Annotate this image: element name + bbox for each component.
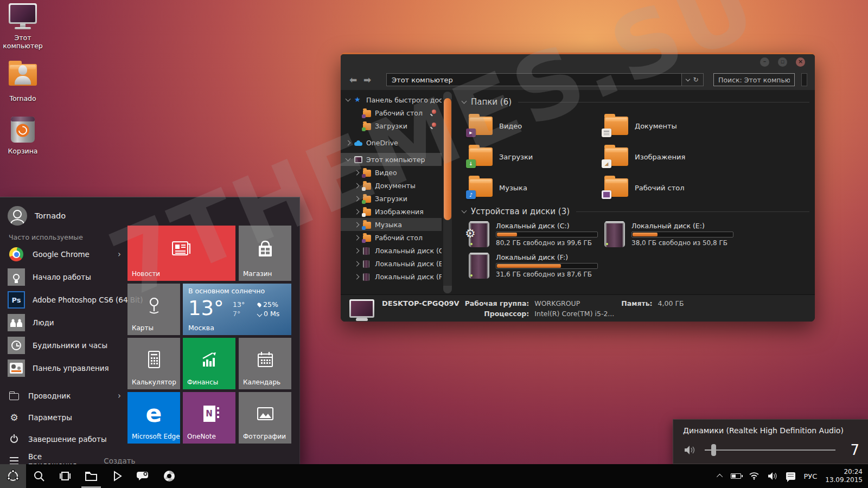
tree-item-this-pc[interactable]: Этот компьютер: [341, 153, 442, 166]
explorer-titlebar[interactable]: – ▫ ×: [341, 54, 815, 69]
chevron-right-icon[interactable]: [354, 183, 360, 188]
start-item-settings[interactable]: Параметры: [0, 407, 127, 428]
chevron-down-icon[interactable]: [462, 208, 467, 214]
tile-news[interactable]: Новости: [127, 226, 235, 281]
folder-item-music[interactable]: Музыка: [469, 175, 604, 201]
tree-item-pictures[interactable]: Изображения: [341, 205, 442, 218]
folder-item-video[interactable]: Видео: [469, 113, 604, 139]
tree-item-disk-c[interactable]: Локальный диск (C:): [341, 244, 442, 257]
drive-item-f[interactable]: Локальный диск (F:) 31,6 ГБ свободно из …: [469, 253, 604, 279]
folder-icon: [9, 393, 19, 400]
tree-scrollbar[interactable]: [442, 90, 454, 295]
chevron-right-icon[interactable]: ›: [118, 391, 121, 401]
drive-item-e[interactable]: Локальный диск (E:) 38,0 ГБ свободно из …: [604, 221, 740, 247]
app-control-panel[interactable]: Панель управления: [0, 357, 127, 380]
tray-expand-icon[interactable]: [717, 474, 723, 480]
taskbar-chrome-button[interactable]: [156, 464, 182, 488]
chevron-right-icon[interactable]: [346, 140, 351, 145]
task-view-button[interactable]: [52, 464, 78, 488]
drives-section-header[interactable]: Устройства и диски (3): [462, 205, 809, 218]
taskbar-explorer-button[interactable]: [78, 464, 104, 488]
address-dropdown-icon[interactable]: [686, 76, 690, 81]
tree-item-onedrive[interactable]: OneDrive: [341, 136, 442, 149]
chevron-right-icon[interactable]: [354, 248, 360, 253]
tree-item-quick-access[interactable]: Панель быстрого доступа: [341, 93, 442, 106]
search-button[interactable]: [26, 464, 52, 488]
app-alarms[interactable]: Будильники и часы: [0, 334, 127, 357]
app-people[interactable]: Люди: [0, 311, 127, 334]
tile-calendar[interactable]: Календарь: [239, 338, 291, 389]
speaker-icon[interactable]: [767, 472, 778, 480]
tile-store[interactable]: Магазин: [239, 226, 291, 281]
address-bar[interactable]: [386, 73, 682, 86]
maximize-button[interactable]: ▫: [778, 57, 787, 67]
app-google-chrome[interactable]: Google Chrome ›: [0, 243, 127, 266]
taskbar-messaging-button[interactable]: [130, 464, 156, 488]
chevron-right-icon[interactable]: [354, 235, 360, 240]
start-button[interactable]: [0, 464, 26, 488]
weather-wind: 0 Ms: [264, 310, 279, 318]
search-button[interactable]: [801, 73, 807, 86]
app-photoshop[interactable]: Adobe Photoshop CS6 (64 Bit): [0, 288, 127, 311]
tree-item-video[interactable]: Видео: [341, 166, 442, 179]
tile-onenote[interactable]: OneNote: [183, 392, 235, 444]
folder-item-documents[interactable]: Документы: [604, 113, 740, 139]
tree-item-disk-f[interactable]: Локальный диск (F:): [341, 270, 442, 283]
forward-button[interactable]: ➡: [362, 74, 372, 85]
tree-item-downloads2[interactable]: Загрузки: [341, 192, 442, 205]
action-center-icon[interactable]: [786, 472, 795, 480]
start-item-power[interactable]: Завершение работы: [0, 428, 127, 450]
drive-item-c[interactable]: ⚙ Локальный диск (C:) 80,2 ГБ свободно и…: [469, 221, 604, 247]
documents-folder-icon: [363, 183, 371, 190]
chevron-right-icon[interactable]: [354, 209, 360, 214]
chevron-right-icon[interactable]: [354, 170, 360, 175]
folder-item-pictures[interactable]: Изображения: [604, 144, 740, 170]
tile-weather[interactable]: В основном солнечно 13° 13° 7° 25% 0 Ms …: [183, 284, 291, 335]
tile-edge[interactable]: e Microsoft Edge: [127, 392, 180, 444]
tree-item-disk-e[interactable]: Локальный диск (E:): [341, 257, 442, 270]
taskbar-media-button[interactable]: [104, 464, 130, 488]
desktop-icon-tornado[interactable]: Tornado: [0, 60, 46, 102]
desktop-icon-this-pc[interactable]: Этот компьютер: [0, 3, 46, 50]
chevron-right-icon[interactable]: ›: [118, 249, 121, 259]
battery-icon[interactable]: [731, 473, 741, 479]
chevron-down-icon[interactable]: [346, 97, 351, 102]
folder-item-downloads[interactable]: Загрузки: [469, 144, 604, 170]
tile-photos[interactable]: Фотографии: [239, 392, 291, 444]
tile-finance[interactable]: Финансы: [183, 338, 235, 389]
tree-item-documents[interactable]: Документы: [341, 179, 442, 192]
back-button[interactable]: ⬅: [348, 74, 358, 85]
tile-calculator[interactable]: Калькулятор: [127, 338, 180, 389]
chevron-right-icon[interactable]: [354, 222, 360, 227]
volume-popup: Динамики (Realtek High Definition Audio)…: [673, 419, 868, 464]
wifi-icon[interactable]: [749, 472, 759, 480]
search-input[interactable]: [713, 73, 795, 86]
close-button[interactable]: ×: [796, 57, 805, 67]
user-account[interactable]: Tornado: [8, 206, 66, 226]
scrollbar-thumb[interactable]: [444, 98, 451, 220]
chevron-right-icon[interactable]: [354, 261, 360, 266]
tree-item-desktop[interactable]: Рабочий стол: [341, 106, 442, 119]
start-item-explorer[interactable]: Проводник ›: [0, 385, 127, 407]
drive-icon: [604, 221, 625, 247]
refresh-icon[interactable]: ↻: [693, 76, 698, 84]
tree-item-downloads[interactable]: Загрузки: [341, 119, 442, 132]
tree-item-music[interactable]: Музыка: [341, 218, 442, 231]
chevron-down-icon[interactable]: [346, 156, 351, 162]
tile-maps[interactable]: Карты: [127, 284, 180, 335]
volume-slider[interactable]: [705, 450, 835, 451]
folder-item-desktop[interactable]: Рабочий стол: [604, 175, 740, 201]
desktop-icon-recycle-bin[interactable]: Корзина: [0, 115, 46, 155]
tree-item-desktop2[interactable]: Рабочий стол: [341, 231, 442, 244]
speaker-icon[interactable]: [683, 445, 696, 455]
chevron-right-icon[interactable]: [354, 196, 360, 201]
language-indicator[interactable]: РУС: [803, 472, 817, 480]
minimize-button[interactable]: –: [760, 57, 769, 67]
chevron-down-icon[interactable]: [462, 99, 467, 104]
volume-slider-thumb[interactable]: [711, 444, 716, 456]
chevron-right-icon[interactable]: [354, 274, 360, 279]
calendar-icon: [256, 350, 275, 369]
app-get-started[interactable]: Начало работы: [0, 266, 127, 288]
folders-section-header[interactable]: Папки (6): [462, 95, 809, 108]
clock[interactable]: 20:24 13.09.2015: [825, 468, 863, 484]
